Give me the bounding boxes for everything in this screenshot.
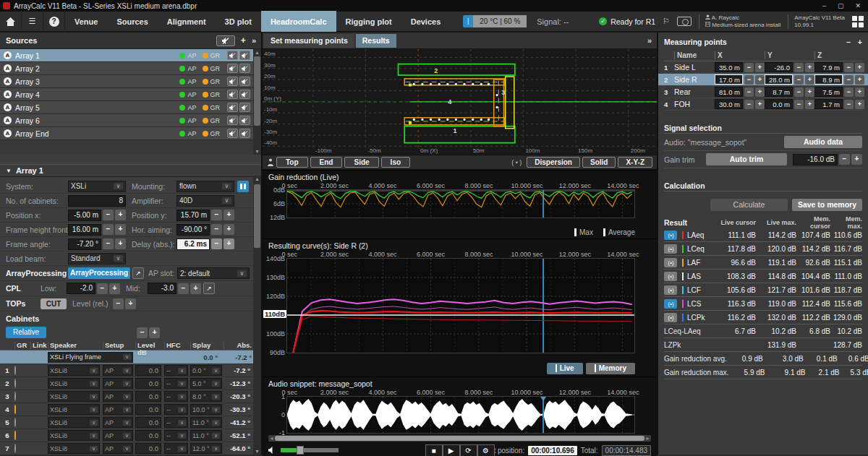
plus-button[interactable]: +: [805, 75, 814, 85]
splay-select[interactable]: 11.0 °∨: [190, 417, 222, 428]
source-row[interactable]: AArray 2APGR: [0, 62, 261, 75]
plus-button[interactable]: +: [805, 63, 814, 72]
level-input[interactable]: 0.0: [135, 378, 161, 389]
position-y-input[interactable]: 15.70 m: [176, 210, 210, 221]
view-side-button[interactable]: Side: [344, 157, 378, 168]
scroll-thumb[interactable]: [275, 436, 644, 441]
minus-button[interactable]: −: [744, 63, 754, 72]
mute-button[interactable]: [239, 90, 250, 99]
minus-button[interactable]: −: [794, 63, 804, 72]
db-logo-icon[interactable]: [852, 16, 864, 27]
splay-select[interactable]: 5.0 °∨: [190, 378, 222, 389]
remove-point-button[interactable]: −: [846, 38, 851, 46]
cabinet-row[interactable]: 2XSLi8∨AP∨0.0--∨5.0 °∨-12.3 °: [0, 377, 255, 390]
view-end-button[interactable]: End: [310, 157, 343, 168]
z-input[interactable]: 7.9 m: [814, 62, 843, 72]
plus-button[interactable]: +: [755, 100, 765, 109]
cabinet-row[interactable]: 4XSLi8∨AP∨0.0--∨10.0 °∨-30.3 °: [0, 403, 255, 416]
speaker-select[interactable]: XSLi8∨: [48, 417, 100, 428]
mute-button[interactable]: [227, 77, 238, 86]
setup-select[interactable]: AP∨: [103, 443, 133, 454]
help-button[interactable]: ?: [43, 11, 65, 32]
climate-widget[interactable]: | 20 °C | 60 %: [463, 15, 527, 27]
plus-button[interactable]: +: [115, 224, 126, 235]
splay-select[interactable]: 12.0 °∨: [190, 443, 222, 454]
tab-rigging-plot[interactable]: Rigging plot: [336, 11, 401, 32]
system-select[interactable]: XSLi∨: [68, 181, 126, 192]
user-info[interactable]: A. Raycalc Medium-sized arena install: [699, 14, 780, 29]
minus-button[interactable]: −: [97, 283, 108, 294]
mirror-button[interactable]: [237, 181, 249, 192]
save-to-memory-button[interactable]: Save to memory: [792, 199, 862, 211]
setup-select[interactable]: AP∨: [103, 404, 133, 415]
maximize-button[interactable]: ▢: [838, 2, 844, 9]
splay-select[interactable]: 10.0 °∨: [190, 404, 222, 415]
level-input[interactable]: 0.0: [135, 404, 161, 415]
play-button[interactable]: ▶: [443, 444, 460, 456]
y-input[interactable]: 28.0 m: [765, 74, 793, 85]
plus-button[interactable]: +: [805, 87, 814, 97]
hfc-select[interactable]: --∨: [164, 365, 188, 376]
minus-button[interactable]: −: [794, 87, 804, 97]
settings-button[interactable]: ⚙: [477, 444, 495, 456]
y-input[interactable]: 0.0 m: [765, 99, 793, 109]
setup-select[interactable]: AP∨: [103, 430, 133, 441]
splay-select[interactable]: 0.0 °∨: [190, 365, 222, 376]
level-input[interactable]: 0.0: [135, 443, 161, 454]
plus-button[interactable]: +: [125, 298, 136, 309]
measuring-row[interactable]: 3Rear 81.0 m−+ 8.7 m−+ 7.5 m−+: [664, 86, 862, 98]
source-row[interactable]: AArray 3APGR: [0, 75, 261, 88]
plus-button[interactable]: +: [805, 100, 814, 109]
y-input[interactable]: 8.7 m: [765, 87, 793, 97]
relative-toggle[interactable]: Relative: [6, 327, 46, 338]
hfc-select[interactable]: --∨: [164, 391, 188, 402]
add-cabinet-button[interactable]: +: [149, 327, 160, 338]
minus-button[interactable]: −: [844, 87, 854, 97]
plus-button[interactable]: +: [855, 100, 864, 109]
level-input[interactable]: 0.0: [135, 391, 161, 402]
mute-button[interactable]: [239, 77, 250, 86]
hfc-select[interactable]: --∨: [164, 417, 188, 428]
minus-button[interactable]: −: [178, 283, 189, 294]
mute-button[interactable]: [227, 64, 238, 73]
minus-button[interactable]: −: [113, 298, 124, 309]
plus-button[interactable]: +: [109, 283, 120, 294]
measuring-row[interactable]: 1Side L 35.0 m−+ -26.0 m−+ 7.9 m−+: [664, 61, 862, 74]
setup-select[interactable]: AP∨: [103, 391, 133, 402]
minus-button[interactable]: −: [844, 75, 854, 85]
z-input[interactable]: 1.7 m: [814, 99, 843, 109]
minus-button[interactable]: −: [103, 210, 114, 220]
tab-venue[interactable]: Venue: [65, 11, 107, 32]
flag-icon[interactable]: ⚐: [663, 17, 670, 26]
speaker-select[interactable]: XSLi8∨: [48, 430, 100, 441]
projector-icon[interactable]: [677, 17, 692, 26]
cpl-low-input[interactable]: -2.0: [67, 283, 95, 294]
hfc-select[interactable]: --∨: [164, 404, 188, 415]
array-section-header[interactable]: ▼Array 1: [0, 164, 261, 177]
gain-plot[interactable]: 0dB6dB12dB: [286, 189, 635, 218]
hfc-select[interactable]: --∨: [164, 430, 188, 441]
cabinet-row[interactable]: 3XSLi8∨AP∨0.0--∨8.0 °∨-20.3 °: [0, 390, 255, 403]
minus-button[interactable]: −: [211, 210, 222, 220]
tab-devices[interactable]: Devices: [401, 11, 451, 32]
calculate-button[interactable]: Calculate: [710, 199, 788, 211]
tab-3d-plot[interactable]: 3D plot: [216, 11, 261, 32]
plus-button[interactable]: +: [224, 238, 234, 249]
home-button[interactable]: [0, 11, 22, 32]
splay-select[interactable]: 11.0 °∨: [190, 430, 222, 441]
tab-alignment[interactable]: Alignment: [158, 11, 216, 32]
load-beam-select[interactable]: Standard∨: [68, 253, 126, 264]
remove-cabinet-button[interactable]: −: [137, 327, 148, 338]
sources-scrollbar[interactable]: ▲▼: [253, 49, 261, 155]
level-input[interactable]: 0.0: [135, 417, 161, 428]
memory-button[interactable]: Memory: [586, 363, 635, 374]
mounting-select[interactable]: flown∨: [176, 181, 234, 192]
x-input[interactable]: 35.0 m: [715, 62, 743, 72]
source-row[interactable]: AArray 5APGR: [0, 101, 261, 114]
minus-button[interactable]: −: [744, 100, 754, 109]
waveform-plot[interactable]: 10-1: [286, 396, 635, 434]
x-input[interactable]: 81.0 m: [715, 87, 743, 97]
mute-button[interactable]: [239, 103, 250, 112]
mute-button[interactable]: [239, 64, 250, 73]
speaker-select[interactable]: XSLi8∨: [48, 391, 100, 402]
